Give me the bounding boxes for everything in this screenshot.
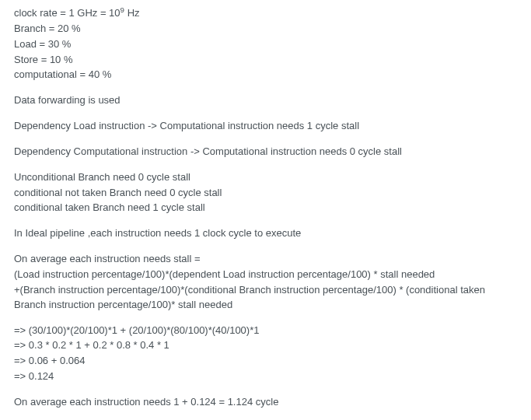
forwarding-block: Data forwarding is used: [14, 93, 517, 108]
result-avg-block: On average each instruction needs 1 + 0.…: [14, 395, 517, 410]
taken-branch-text: conditional taken Branch need 1 cycle st…: [14, 201, 517, 215]
ideal-block: In Ideal pipeline ,each instruction need…: [14, 226, 517, 241]
clock-rate-line: clock rate = 1 GHz = 109 Hz: [14, 6, 517, 21]
dependency1-text: Dependency Load instruction -> Computati…: [14, 119, 517, 134]
uncond-branch-text: Unconditional Branch need 0 cycle stall: [14, 170, 517, 185]
clock-rate-suffix: Hz: [124, 7, 140, 19]
calc4-text: => 0.124: [14, 369, 517, 384]
branch-line: Branch = 20 %: [14, 22, 517, 37]
not-taken-branch-text: conditional not taken Branch need 0 cycl…: [14, 186, 517, 201]
calc-block: => (30/100)*(20/100)*1 + (20/100)*(80/10…: [14, 324, 517, 384]
branch-stalls-block: Unconditional Branch need 0 cycle stall …: [14, 170, 517, 216]
load-line: Load = 30 %: [14, 37, 517, 52]
clock-rate-text: clock rate = 1 GHz = 10: [14, 7, 121, 19]
avg-header-text: On average each instruction needs stall …: [14, 252, 517, 267]
computational-line: computational = 40 %: [14, 68, 517, 82]
avg-formula1-text: (Load instruction percentage/100)*(depen…: [14, 268, 517, 282]
dependency2-text: Dependency Computational instruction -> …: [14, 145, 517, 159]
avg-formula2-text: +(Branch instruction percentage/100)*(co…: [14, 283, 517, 313]
dependency2-block: Dependency Computational instruction -> …: [14, 145, 517, 159]
forwarding-text: Data forwarding is used: [14, 93, 517, 108]
store-line: Store = 10 %: [14, 53, 517, 68]
calc3-text: => 0.06 + 0.064: [14, 354, 517, 369]
avg-formula-block: On average each instruction needs stall …: [14, 252, 517, 312]
calc2-text: => 0.3 * 0.2 * 1 + 0.2 * 0.8 * 0.4 * 1: [14, 338, 517, 353]
calc1-text: => (30/100)*(20/100)*1 + (20/100)*(80/10…: [14, 324, 517, 338]
ideal-text: In Ideal pipeline ,each instruction need…: [14, 226, 517, 241]
dependency1-block: Dependency Load instruction -> Computati…: [14, 119, 517, 134]
result-avg-text: On average each instruction needs 1 + 0.…: [14, 395, 517, 410]
parameters-block: clock rate = 1 GHz = 109 Hz Branch = 20 …: [14, 6, 517, 82]
